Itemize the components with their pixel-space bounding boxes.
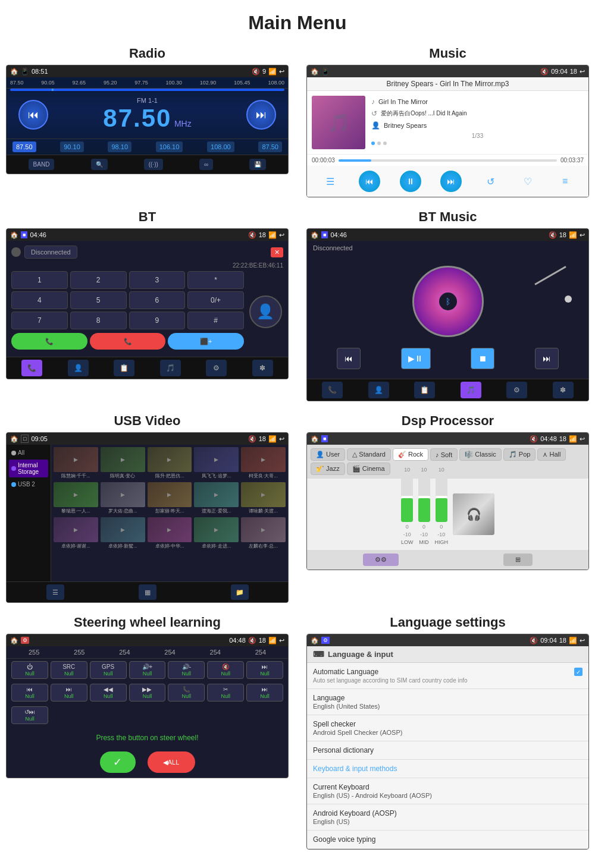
bt-key-2[interactable]: 2 [70, 271, 127, 289]
music-repeat-btn[interactable]: ↺ [481, 172, 499, 190]
music-menu-btn[interactable]: ≡ [556, 172, 574, 190]
bt-settings-tab[interactable]: ⚙ [206, 360, 227, 376]
steer-btn-mute[interactable]: 🔇 Null [207, 661, 244, 679]
usb-video-item-10[interactable]: ▶ 谭咏麟·关渡... [241, 482, 286, 515]
usb-btn-1[interactable]: ☰ [46, 584, 64, 600]
bt-key-hash[interactable]: # [187, 312, 244, 329]
bt-key-8[interactable]: 8 [70, 312, 127, 329]
music-prev-btn[interactable]: ⏮ [359, 171, 380, 192]
lang-item-spell[interactable]: Spell checker Android Spell Checker (AOS… [307, 715, 588, 741]
usb-video-item-9[interactable]: ▶ 渡海正·爱我... [194, 482, 239, 515]
steer-btn-next-2[interactable]: ⏭ Null [51, 684, 87, 702]
bt-key-9[interactable]: 9 [129, 312, 186, 329]
usb-video-item-13[interactable]: ▶ 卓依婷·中华... [148, 517, 192, 550]
usb-video-item-2[interactable]: ▶ 陈明真·变心 [101, 447, 145, 480]
bt-bluetooth-tab[interactable]: ✽ [252, 360, 273, 376]
radio-next-btn[interactable]: ⏭ [246, 100, 276, 130]
lang-item-google-voice[interactable]: Google voice typing [307, 831, 588, 849]
dsp-mid-slider[interactable] [418, 474, 430, 522]
radio-save-btn[interactable]: 💾 [249, 159, 266, 170]
dsp-low-slider[interactable] [401, 474, 413, 522]
btm-bluetooth-tab[interactable]: ✽ [553, 382, 574, 398]
bt-dtmf-btn[interactable]: ⬛+ [168, 333, 244, 350]
usb-video-item-8[interactable]: ▶ 彭家丽·昨天... [148, 482, 192, 515]
usb-sidebar-usb2[interactable]: USB 2 [9, 479, 48, 490]
bt-key-1[interactable]: 1 [11, 271, 68, 289]
dsp-apply-btn[interactable]: ⊞ [503, 553, 533, 566]
radio-preset-1[interactable]: 87.50 [12, 141, 36, 152]
lang-item-current-kb[interactable]: Current Keyboard English (US) - Android … [307, 778, 588, 804]
btm-prev-btn[interactable]: ⏮ [337, 348, 361, 369]
usb-sidebar-all[interactable]: All [9, 447, 48, 458]
radio-preset-4[interactable]: 106.10 [156, 141, 183, 152]
btm-phone-tab[interactable]: 📞 [322, 382, 343, 398]
btm-music-tab[interactable]: 🎵 [461, 382, 481, 398]
steer-btn-power[interactable]: ⏻ Null [11, 661, 48, 679]
usb-video-item-3[interactable]: ▶ 陈升·把恩仿... [148, 447, 192, 480]
bt-key-5[interactable]: 5 [70, 291, 127, 309]
music-list-btn[interactable]: ☰ [321, 172, 339, 190]
usb-video-item-4[interactable]: ▶ 凤飞飞·追梦... [194, 447, 239, 480]
usb-sidebar-internal[interactable]: Internal Storage [9, 460, 48, 477]
steer-ok-btn[interactable]: ✓ [100, 751, 136, 773]
radio-preset-5[interactable]: 108.00 [207, 141, 234, 152]
radio-prev-btn[interactable]: ⏮ [18, 100, 48, 130]
bt-key-7[interactable]: 7 [11, 312, 68, 329]
dsp-jazz-btn[interactable]: 🎷 Jazz [311, 463, 345, 475]
steer-btn-fwd[interactable]: ▶▶ Null [129, 684, 166, 702]
btm-stop-btn[interactable]: ⏹ [471, 348, 494, 369]
radio-preset-6[interactable]: 87.50 [258, 141, 282, 152]
bt-key-6[interactable]: 6 [129, 291, 186, 309]
radio-signal-btn[interactable]: ((·)) [144, 159, 163, 170]
bt-contacts-tab[interactable]: 👤 [68, 360, 89, 376]
btm-recents-tab[interactable]: 📋 [414, 382, 435, 398]
bt-hangup-btn[interactable]: 📞 [90, 333, 166, 350]
usb-btn-3[interactable]: 📁 [231, 584, 249, 600]
steer-btn-gps[interactable]: GPS Null [90, 661, 127, 679]
radio-preset-3[interactable]: 98.10 [108, 141, 131, 152]
dsp-user-btn[interactable]: 👤 User [311, 448, 345, 461]
bt-music-tab[interactable]: 🎵 [160, 360, 181, 376]
music-next-btn[interactable]: ⏭ [440, 171, 462, 192]
dsp-hall-btn[interactable]: ⋏ Hall [537, 448, 566, 461]
steer-btn-vol-down[interactable]: 🔊- Null [168, 661, 205, 679]
music-seekbar[interactable] [339, 159, 557, 162]
steer-btn-next-3[interactable]: ⏭ Null [246, 684, 283, 702]
lang-item-android-kb[interactable]: Android Keyboard (AOSP) English (US) [307, 804, 588, 831]
steer-btn-prev-2[interactable]: ⏮ Null [11, 684, 48, 702]
steer-btn-rew[interactable]: ◀◀ Null [90, 684, 127, 702]
btm-next-btn[interactable]: ⏭ [535, 348, 559, 369]
usb-video-item-7[interactable]: ▶ 罗大佑·恋曲... [101, 482, 145, 515]
steer-btn-vol-up[interactable]: 🔊+ Null [129, 661, 166, 679]
dsp-classic-btn[interactable]: 🎼 Classic [459, 448, 502, 461]
btm-settings-tab[interactable]: ⚙ [506, 382, 527, 398]
usb-video-item-5[interactable]: ▶ 柯受良·大哥... [241, 447, 286, 480]
dsp-cinema-btn[interactable]: 🎬 Cinema [347, 463, 390, 475]
lang-auto-checkbox[interactable]: ✓ [574, 668, 583, 676]
bt-recents-tab[interactable]: 📋 [114, 360, 134, 376]
radio-link-btn[interactable]: ∞ [199, 159, 213, 170]
steer-btn-repeat[interactable]: ↺⏭ Null [11, 706, 48, 724]
btm-play-btn[interactable]: ▶⏸ [401, 348, 431, 369]
bt-key-0plus[interactable]: 0/+ [187, 291, 244, 309]
dsp-pop-btn[interactable]: 🎵 Pop [503, 448, 536, 461]
usb-video-item-1[interactable]: ▶ 陈慧娴·千千... [54, 447, 98, 480]
steer-btn-next-1[interactable]: ⏭ Null [246, 661, 283, 679]
dsp-high-slider[interactable] [436, 474, 447, 522]
radio-preset-2[interactable]: 90.10 [60, 141, 84, 152]
dsp-soft-btn[interactable]: ♪ Soft [430, 448, 458, 461]
usb-video-item-15[interactable]: ▶ 左麟右李·总... [241, 517, 286, 550]
usb-video-item-12[interactable]: ▶ 卓依婷·新鸳... [101, 517, 145, 550]
usb-video-item-14[interactable]: ▶ 卓依婷·走进... [194, 517, 239, 550]
music-fav-btn[interactable]: ♡ [519, 172, 537, 190]
radio-band-btn[interactable]: BAND [29, 159, 55, 170]
btm-contacts-tab[interactable]: 👤 [368, 382, 389, 398]
usb-video-item-6[interactable]: ▶ 黎瑞恩·一人... [54, 482, 98, 515]
dsp-standard-btn[interactable]: △ Standard [347, 448, 391, 461]
lang-item-dict[interactable]: Personal dictionary [307, 741, 588, 760]
lang-item-language[interactable]: Language English (United States) [307, 689, 588, 715]
bt-close-btn[interactable]: ✕ [271, 247, 283, 257]
bt-call-btn[interactable]: 📞 [11, 333, 87, 350]
radio-search-btn[interactable]: 🔍 [91, 159, 108, 170]
steer-btn-src[interactable]: SRC Null [51, 661, 87, 679]
